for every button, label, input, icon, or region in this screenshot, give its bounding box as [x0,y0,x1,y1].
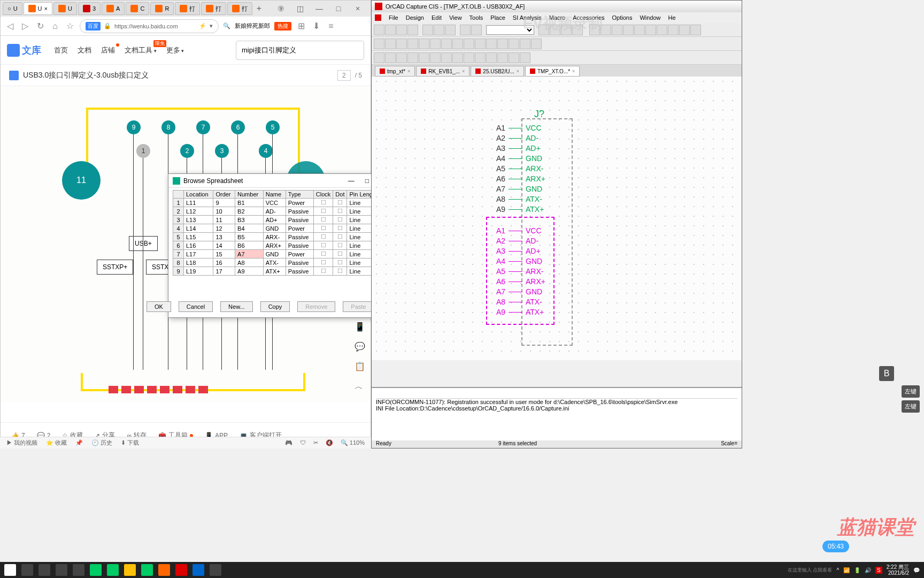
home-button[interactable]: ⌂ [50,21,60,31]
tool-b8[interactable] [452,39,463,49]
tool-b11[interactable] [486,39,497,49]
status-download[interactable]: ⬇ 下载 [121,439,139,447]
pin-row[interactable]: A1VCC [482,124,542,132]
menu-icon[interactable]: ≡ [326,21,336,31]
tool-c1[interactable] [374,52,384,63]
start-button[interactable] [4,564,16,576]
tool-new[interactable] [374,25,384,35]
nav-docs[interactable]: 文档 [78,45,91,55]
doc-tab[interactable]: 25.USB2/U...× [471,66,524,77]
table-row[interactable]: 7L1715A7GNDPowerLine [173,250,383,258]
table-row[interactable]: 8L1816A8ATX-PassiveLine [173,258,383,267]
tool-grid4[interactable] [634,25,645,35]
back-button[interactable]: ◁ [5,21,16,31]
menu-edit[interactable]: Edit [432,14,442,21]
up-icon[interactable]: ︿ [355,381,365,392]
counter-icon[interactable]: ⑨ [274,4,287,13]
tool-b7[interactable] [441,39,452,49]
task-app[interactable] [175,564,187,576]
remove-button[interactable]: Remove [297,301,335,312]
clipboard-icon[interactable]: 📋 [355,361,365,371]
news-text[interactable]: 新娘猝死新郎 [235,22,270,30]
tool-print[interactable] [407,25,418,35]
close-icon[interactable]: × [517,69,519,74]
task-app[interactable] [73,564,84,576]
tool-c3[interactable] [396,52,407,63]
task-view-button[interactable] [21,564,33,576]
status-pin[interactable]: 📌 [75,439,83,446]
task-app[interactable] [107,564,119,576]
menu-file[interactable]: File [389,14,398,21]
tool-c8[interactable] [452,52,463,63]
tool-c4[interactable] [407,52,418,63]
cancel-button[interactable]: Cancel [179,301,213,312]
table-row[interactable]: 2L1210B2AD-PassiveLine [173,207,383,216]
menu-view[interactable]: View [449,14,462,21]
tool-grid5[interactable] [645,25,656,35]
table-row[interactable]: 9L1917A9ATX+PassiveLine [173,267,383,276]
doc-tab[interactable]: TMP_XT.O...*× [525,66,580,77]
pin-row[interactable]: A4GND [482,257,542,265]
pin-row[interactable]: A2AD- [482,134,538,142]
tool-c5[interactable] [419,52,429,63]
menu-tools[interactable]: Tools [469,14,483,21]
tool-grid2[interactable] [612,25,622,35]
browser-tab[interactable]: 3 [78,2,101,15]
chevron-down-icon[interactable]: ▾ [210,22,213,29]
task-app[interactable] [56,564,67,576]
task-app[interactable] [192,564,204,576]
pin-row[interactable]: A7GND [482,185,542,193]
browser-tab[interactable]: 打 [227,2,252,15]
tool-c7[interactable] [441,52,452,63]
pin-row[interactable]: A6ARX+ [482,174,545,183]
pin-row[interactable]: A2AD- [482,237,538,245]
table-row[interactable]: 6L1614B6ARX+PassiveLine [173,241,383,250]
ok-button[interactable]: OK [147,301,171,312]
tool-b5[interactable] [419,39,429,49]
notification-icon[interactable]: 💬 [913,567,920,573]
close-icon[interactable]: × [407,69,410,74]
pin-row[interactable]: A4GND [482,154,542,163]
browser-tab[interactable]: C [126,2,149,15]
tool-c9[interactable] [464,52,474,63]
mobile-icon[interactable]: 📱 [355,322,365,332]
browser-tab[interactable]: R [150,2,174,15]
status-capture[interactable]: ✂ [313,439,318,446]
close-button[interactable]: × [351,4,364,13]
orcad-titlebar[interactable]: OrCAD Capture CIS - [TMP_XT.OLB - USB30X… [372,1,742,12]
tool-c11[interactable] [486,52,497,63]
table-row[interactable]: 1L119B1VCCPowerLine [173,199,383,207]
browser-tab[interactable]: U [53,2,77,15]
tray-volume-icon[interactable]: 🔊 [865,567,871,573]
tool-b2[interactable] [385,39,396,49]
new-button[interactable]: New... [220,301,253,312]
tool-b12[interactable] [497,39,508,49]
status-history[interactable]: 🕘 历史 [91,439,112,447]
tool-c12[interactable] [497,52,508,63]
tray-network-icon[interactable]: 📶 [843,567,850,573]
task-app[interactable] [158,564,170,576]
doc-tab[interactable]: tmp_xt*× [375,66,415,77]
orcad-log-panel[interactable]: INFO(ORCOMMN-11077): Registration succes… [372,387,742,440]
search-input[interactable]: mipi接口引脚定义 [236,41,364,60]
browser-tab[interactable]: 打 [175,2,200,15]
menu-design[interactable]: Design [406,14,424,21]
tool-grid3[interactable] [623,25,634,35]
tool-b10[interactable] [475,39,486,49]
pin-row[interactable]: A3AD+ [482,247,541,255]
status-shield[interactable]: 🛡 [300,439,306,446]
forward-button[interactable]: ▷ [20,21,30,31]
tool-grid9[interactable] [690,25,701,35]
table-row[interactable]: 3L1311B3AD+PassiveLine [173,216,383,224]
nav-shop[interactable]: 店铺 [101,45,115,55]
paste-button[interactable]: Paste [343,301,374,312]
close-icon[interactable]: × [462,69,465,74]
tool-open[interactable] [385,25,396,35]
dialog-minimize[interactable]: — [348,177,355,185]
tray-ime-icon[interactable]: S [875,567,882,574]
tool-b4[interactable] [407,39,418,49]
task-app[interactable] [124,564,136,576]
new-tab-button[interactable]: + [253,4,264,13]
tool-redo[interactable] [471,25,482,35]
menu-help[interactable]: He [668,14,676,21]
